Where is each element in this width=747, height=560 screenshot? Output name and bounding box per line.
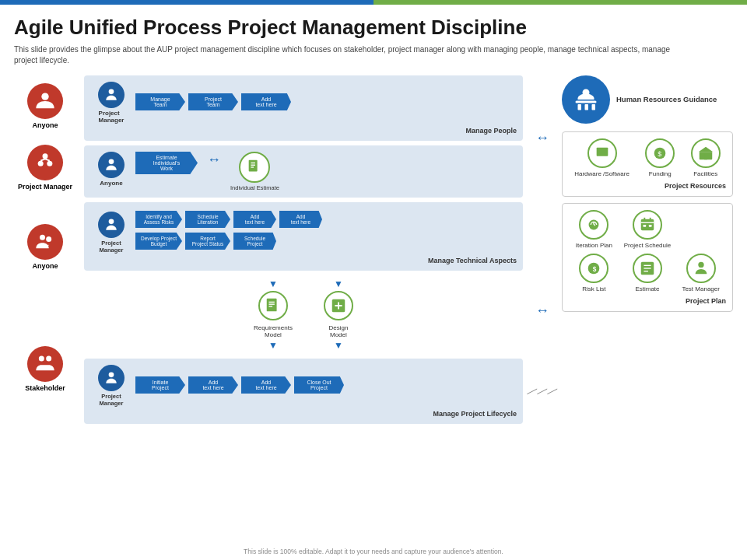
step-close-out: Close OutProject: [294, 376, 344, 395]
process-row-lifecycle: ProjectManager InitiateProject Addtext h…: [84, 359, 523, 424]
estimate-label: Estimate: [635, 285, 659, 292]
funding-label: Funding: [649, 170, 672, 177]
arrow-schedule-project: ScheduleProject: [233, 233, 276, 250]
arrow-identify-risks: Identify andAssess Risks: [135, 211, 182, 228]
down-arrow-req: ▼: [268, 278, 278, 289]
risk-list-label: Risk List: [582, 285, 605, 292]
document-icon: [239, 152, 270, 183]
estimate-item: Estimate: [622, 254, 673, 292]
requirements-icon: [258, 291, 288, 320]
svg-point-16: [109, 219, 114, 225]
step-add-1: Addtext here: [188, 376, 238, 395]
facilities-icon: [691, 138, 721, 168]
pm-label-lifecycle: ProjectManager: [100, 393, 124, 407]
arrow-develop-budget: Develop ProjectBudget: [135, 233, 182, 250]
test-manager-label: Test Manager: [682, 285, 719, 292]
down-arrow-req-2: ▼: [268, 340, 278, 351]
step-project-team: ProjectTeam: [188, 93, 238, 112]
row-person-anyone: Anyone: [90, 152, 132, 187]
svg-rect-35: [641, 219, 654, 231]
connector-arrow-2: ↔: [535, 303, 549, 319]
arrow-add-1: Addtext here: [188, 376, 238, 394]
project-schedule-item: Project Schedule: [622, 210, 673, 249]
risk-list-icon: $: [579, 254, 608, 283]
right-column: Human Resources Guidance Hardware /Softw…: [562, 75, 733, 424]
footer-note: This slide is 100% editable. Adapt it to…: [0, 548, 747, 555]
svg-point-9: [46, 355, 51, 361]
resources-box: Hardware /Software $ Funding Facilities: [562, 131, 733, 197]
empty-cell: [675, 210, 726, 249]
svg-line-4: [40, 159, 45, 160]
design-artifact: ▼ DesignModel ▼: [324, 278, 353, 351]
main-layout: Anyone Project Manager Anyone: [14, 75, 733, 424]
anyone-label: Anyone: [100, 180, 122, 187]
person-label-pm-1: Project Manager: [18, 183, 72, 191]
center-column: ProjectManager ManageTeam ProjectTeam Ad…: [84, 75, 523, 424]
plan-icons-grid: Iteration Plan Project Schedule: [569, 210, 726, 292]
project-schedule-label: Project Schedule: [624, 242, 671, 249]
svg-rect-39: [643, 225, 646, 227]
svg-point-8: [39, 355, 44, 361]
arrow-manage-team: ManageTeam: [135, 93, 185, 110]
svg-rect-17: [267, 299, 277, 312]
row-person-label: ProjectManager: [99, 110, 124, 124]
step-add-text-people: Addtext here: [241, 93, 291, 112]
requirements-artifact: ▼ RequirementsModel ▼: [254, 278, 293, 351]
row-person-pm: ProjectManager: [90, 82, 132, 124]
person-icon-anyone-2: [27, 224, 63, 260]
resource-icons: Hardware /Software $ Funding Facilities: [569, 138, 726, 177]
left-column: Anyone Project Manager Anyone: [14, 75, 76, 424]
svg-rect-27: [592, 104, 596, 110]
iteration-plan-label: Iteration Plan: [576, 242, 612, 249]
artifacts-row: ▼ RequirementsModel ▼ ▼ DesignModel ▼: [84, 275, 523, 354]
connector-column: ↔ ↔ ╲╲╲: [531, 75, 554, 424]
row-person-pm-lifecycle: ProjectManager: [90, 365, 132, 407]
iteration-plan-item: Iteration Plan: [569, 210, 619, 249]
arrow-estimate: EstimateIndividual'sWork: [135, 152, 198, 174]
svg-line-5: [45, 159, 50, 160]
svg-marker-32: [699, 147, 713, 152]
svg-point-7: [46, 236, 51, 242]
step-initiate: InitiateProject: [135, 376, 185, 395]
hardware-icon: [587, 138, 617, 168]
project-schedule-icon: [633, 210, 662, 240]
hr-section: Human Resources Guidance: [562, 75, 733, 124]
svg-point-6: [40, 234, 45, 240]
process-row-individual: Anyone EstimateIndividual'sWork ↔ Indivi…: [84, 145, 523, 198]
arrow-project-team: ProjectTeam: [188, 93, 238, 110]
plan-title: Project Plan: [569, 297, 726, 305]
svg-point-3: [47, 160, 52, 166]
design-icon: [324, 291, 353, 320]
svg-rect-25: [578, 104, 582, 110]
svg-rect-28: [596, 148, 608, 156]
hardware-item: Hardware /Software: [574, 138, 630, 177]
facilities-label: Facilities: [693, 170, 717, 177]
person-icon-pm-1: [27, 145, 63, 180]
step-add-2: Addtext here: [241, 376, 291, 395]
double-arrow-1: ↔: [207, 152, 221, 168]
arrow-add-text-2: Addtext here: [279, 211, 322, 228]
person-icon-stakeholder: [27, 346, 63, 382]
svg-point-1: [43, 153, 48, 159]
page-title: Agile Unified Process Project Management…: [14, 16, 733, 40]
iteration-plan-icon: [579, 210, 608, 240]
down-arrow-design-2: ▼: [334, 340, 343, 351]
svg-text:$: $: [658, 150, 662, 158]
svg-rect-33: [704, 155, 707, 159]
resources-title: Project Resources: [569, 182, 726, 190]
estimate-icon: [633, 254, 662, 283]
funding-item: $ Funding: [645, 138, 675, 177]
wavy-line: ╲╲╲: [528, 389, 558, 393]
design-label: DesignModel: [328, 324, 348, 338]
svg-point-2: [38, 160, 44, 166]
arrow-add-2: Addtext here: [241, 376, 291, 394]
row-label-lifecycle: Manage Project Lifecycle: [90, 410, 517, 418]
connector-arrow-1: ↔: [535, 130, 549, 146]
row-label-manage-people: Manage People: [90, 127, 517, 135]
technical-steps: Identify andAssess Risks ScheduleLiterat…: [135, 211, 322, 251]
document-icon-block: Individual Estimate: [230, 152, 279, 191]
top-bar-green: [374, 0, 747, 5]
process-row-manage-people: ProjectManager ManageTeam ProjectTeam Ad…: [84, 75, 523, 141]
down-arrow-design: ▼: [334, 278, 343, 289]
step-manage-team: ManageTeam: [135, 93, 185, 112]
